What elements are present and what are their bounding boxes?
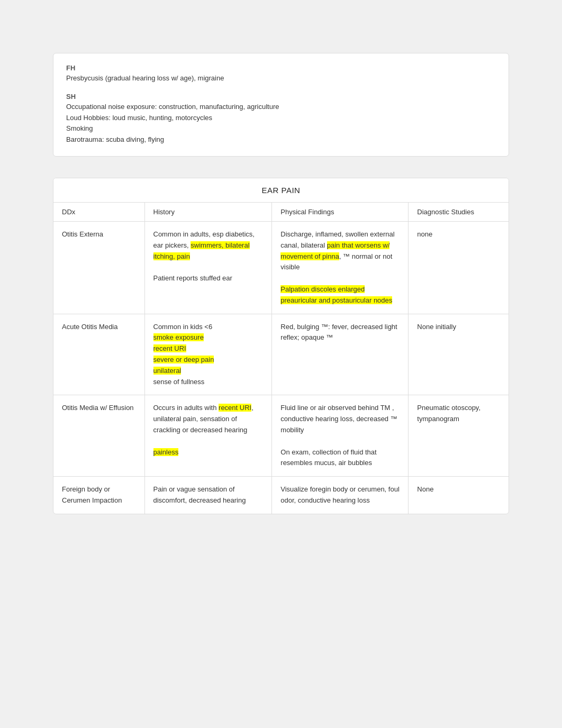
highlight-pain-movement: pain that worsens w/ movement of pinna xyxy=(280,241,389,260)
fh-label: FH xyxy=(66,64,496,72)
highlight-recent-uri-2: recent URI xyxy=(219,404,251,412)
physical-otitis-effusion: Fluid line or air observed behind TM , c… xyxy=(272,395,409,477)
sh-line-4: Barotrauma: scuba diving, flying xyxy=(66,134,496,145)
history-otitis-effusion: Occurs in adults with recent URI, unilat… xyxy=(144,395,272,477)
ear-pain-title: EAR PAIN xyxy=(53,178,509,203)
col-header-physical: Physical Findings xyxy=(272,203,409,222)
ear-pain-section: EAR PAIN DDx History Physical Findings D… xyxy=(53,178,509,514)
history-foreign-body: Pain or vague sensation of discomfort, d… xyxy=(144,477,272,514)
table-row: Acute Otitis Media Common in kids <6 smo… xyxy=(53,314,509,395)
diagnostic-otitis-externa: none xyxy=(409,221,509,314)
table-header-row: DDx History Physical Findings Diagnostic… xyxy=(53,203,509,222)
highlight-smoke-exposure: smoke exposure xyxy=(153,333,204,341)
highlight-swimmers: swimmers, bilateral itching, pain xyxy=(153,241,250,260)
sh-label: SH xyxy=(66,93,496,101)
ddx-otitis-effusion: Otitis Media w/ Effusion xyxy=(53,395,144,477)
diagnostic-foreign-body: None xyxy=(409,477,509,514)
highlight-severe-pain: severe or deep pain xyxy=(153,356,214,363)
highlight-palpation: Palpation discoles enlarged preauricular… xyxy=(280,285,392,304)
sh-line-3: Smoking xyxy=(66,123,496,134)
highlight-unilateral: unilateral xyxy=(153,367,182,375)
ear-table: DDx History Physical Findings Diagnostic… xyxy=(53,203,509,514)
history-acute-otitis-media: Common in kids <6 smoke exposure recent … xyxy=(144,314,272,395)
physical-foreign-body: Visualize foregin body or cerumen, foul … xyxy=(272,477,409,514)
info-card: FH Presbycusis (gradual hearing loss w/ … xyxy=(53,53,509,157)
highlight-painless: painless xyxy=(153,448,179,456)
ddx-foreign-body: Foreign body or Cerumen Impaction xyxy=(53,477,144,514)
ddx-otitis-externa: Otitis Externa xyxy=(53,221,144,314)
diagnostic-otitis-effusion: Pneumatic otoscopy, tympanogram xyxy=(409,395,509,477)
highlight-recent-uri: recent URI xyxy=(153,344,186,352)
physical-acute-otitis-media: Red, bulging ™: fever, decreased light r… xyxy=(272,314,409,395)
table-row: Foreign body or Cerumen Impaction Pain o… xyxy=(53,477,509,514)
ddx-acute-otitis-media: Acute Otitis Media xyxy=(53,314,144,395)
sh-line-2: Loud Hobbies: loud music, hunting, motor… xyxy=(66,113,496,124)
table-row: Otitis Media w/ Effusion Occurs in adult… xyxy=(53,395,509,477)
table-row: Otitis Externa Common in adults, esp dia… xyxy=(53,221,509,314)
page-wrapper: FH Presbycusis (gradual hearing loss w/ … xyxy=(0,0,562,546)
col-header-ddx: DDx xyxy=(53,203,144,222)
col-header-diagnostic: Diagnostic Studies xyxy=(409,203,509,222)
history-otitis-externa: Common in adults, esp diabetics, ear pic… xyxy=(144,221,272,314)
physical-otitis-externa: Discharge, inflamed, swollen external ca… xyxy=(272,221,409,314)
diagnostic-acute-otitis-media: None initially xyxy=(409,314,509,395)
col-header-history: History xyxy=(144,203,272,222)
sh-line-1: Occupational noise exposure: constructio… xyxy=(66,102,496,113)
fh-content: Presbycusis (gradual hearing loss w/ age… xyxy=(66,73,496,84)
